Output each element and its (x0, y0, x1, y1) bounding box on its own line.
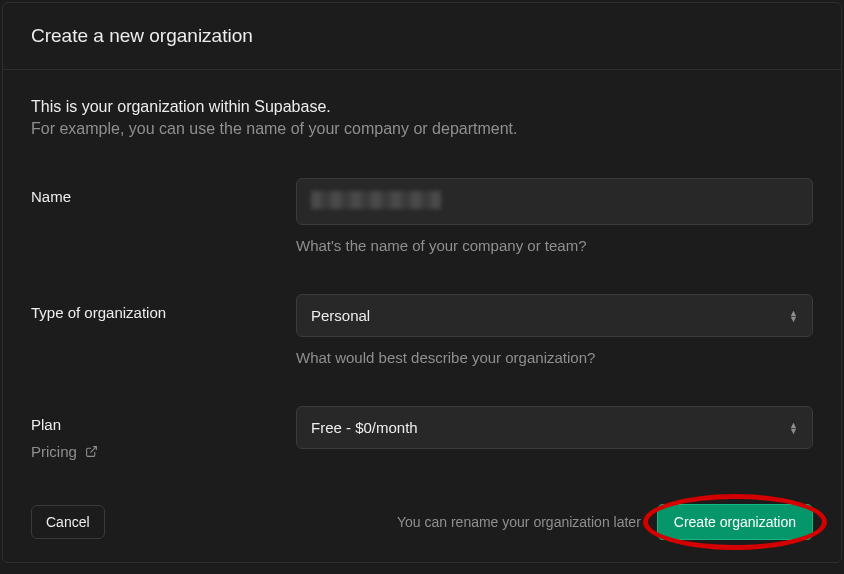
external-link-icon (85, 445, 98, 458)
type-select-value: Personal (311, 307, 370, 324)
create-organization-card: Create a new organization This is your o… (2, 2, 842, 563)
cancel-button[interactable]: Cancel (31, 505, 105, 539)
create-organization-button[interactable]: Create organization (657, 504, 813, 540)
intro-title: This is your organization within Supabas… (31, 98, 813, 116)
name-input-obscured-value (311, 191, 441, 209)
field-row-type: Type of organization Personal ▲▼ What wo… (31, 294, 813, 366)
footer-hint: You can rename your organization later (397, 514, 641, 530)
type-helper: What would best describe your organizati… (296, 349, 813, 366)
plan-select[interactable]: Free - $0/month ▲▼ (296, 406, 813, 449)
name-helper: What's the name of your company or team? (296, 237, 813, 254)
name-label: Name (31, 188, 296, 205)
modal-footer: Cancel You can rename your organization … (3, 488, 841, 562)
plan-select-value: Free - $0/month (311, 419, 418, 436)
pricing-link[interactable]: Pricing (31, 443, 296, 460)
modal-body: This is your organization within Supabas… (3, 70, 841, 488)
name-input[interactable] (296, 178, 813, 225)
intro-subtitle: For example, you can use the name of you… (31, 120, 813, 138)
chevron-up-down-icon: ▲▼ (789, 310, 798, 322)
type-select[interactable]: Personal ▲▼ (296, 294, 813, 337)
modal-title: Create a new organization (31, 25, 813, 47)
chevron-up-down-icon: ▲▼ (789, 422, 798, 434)
field-row-name: Name What's the name of your company or … (31, 178, 813, 254)
field-row-plan: Plan Pricing Free - $0/month ▲▼ (31, 406, 813, 460)
plan-label: Plan (31, 416, 296, 433)
modal-header: Create a new organization (3, 3, 841, 70)
svg-line-0 (90, 447, 96, 453)
pricing-link-text: Pricing (31, 443, 77, 460)
type-label: Type of organization (31, 304, 296, 321)
